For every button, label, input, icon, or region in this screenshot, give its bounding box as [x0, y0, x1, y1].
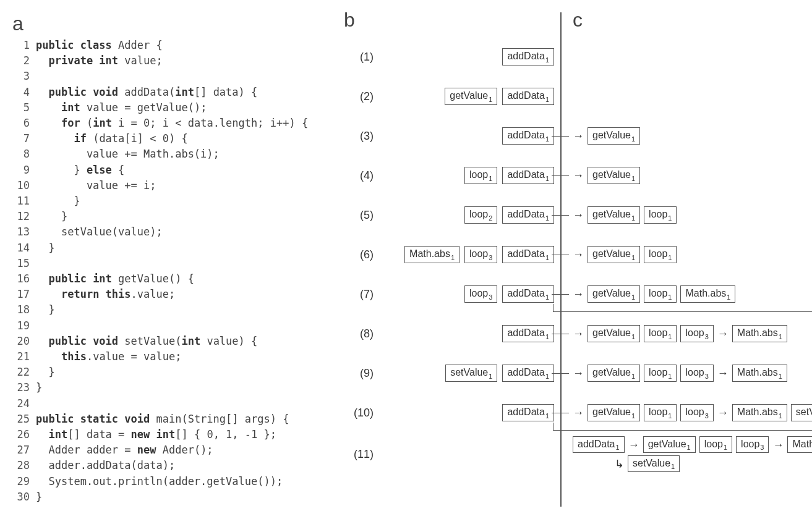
- graph-node: Math.abs1: [732, 325, 787, 342]
- graph-node: loop3: [680, 404, 713, 421]
- graph-node: setValue1: [791, 404, 812, 421]
- graph-line: →getValue1loop1loop3→Math.abs1setValue1: [573, 404, 812, 421]
- right-arrow-icon: →: [717, 328, 729, 339]
- stack-area: loop3addData1: [377, 285, 554, 302]
- graph-node: loop1: [644, 365, 677, 381]
- steps-container: (1)addData1(2)getValue1addData1(3)addDat…: [344, 41, 812, 472]
- code-line: 1public class Adder {: [12, 38, 334, 53]
- graph-node: loop2: [464, 206, 497, 223]
- step-row: (9)setValue1addData1→getValue1loop1loop3…: [344, 357, 812, 389]
- graph-node: getValue1: [588, 167, 640, 184]
- graph-node: loop3: [680, 365, 713, 381]
- step-row: (5)loop2addData1→getValue1loop1: [344, 199, 812, 231]
- graph-node: loop1: [644, 206, 677, 223]
- code-line: 12 }: [12, 209, 334, 224]
- graph-node: loop1: [644, 404, 677, 421]
- graph-node: getValue1: [588, 246, 640, 263]
- right-arrow-icon: →: [573, 368, 584, 379]
- right-arrow-icon: →: [573, 289, 584, 300]
- step-number: (10): [344, 407, 374, 420]
- stack-area: addData1: [377, 127, 554, 144]
- graph-node: addData1: [502, 285, 554, 302]
- step-row: (1)addData1: [344, 41, 812, 73]
- graph-node: setValue1: [628, 455, 680, 472]
- right-arrow-icon: →: [573, 407, 584, 418]
- code-line: 13 setValue(value);: [12, 224, 334, 240]
- graph-node: Math.abs1: [680, 285, 735, 302]
- right-arrow-icon: →: [573, 249, 584, 260]
- graph-node: addData1: [502, 246, 554, 263]
- graph-node: getValue1: [445, 88, 497, 104]
- step-row: (6)Math.abs1loop3addData1→getValue1loop1: [344, 238, 812, 271]
- stack-area: setValue1addData1: [377, 365, 554, 381]
- graph-line: →getValue1: [573, 167, 640, 184]
- code-line: 5 int value = getValue();: [12, 100, 334, 116]
- code-line: 9 } else {: [12, 162, 334, 178]
- code-line: 2 private int value;: [12, 53, 334, 69]
- code-line: 21 this.value = value;: [12, 349, 334, 365]
- connector-line: [552, 294, 569, 295]
- graph-node: loop3: [680, 325, 713, 342]
- graph-node: loop1: [699, 436, 732, 453]
- graph-node: Math.abs1: [732, 404, 787, 421]
- stack-area: addData1: [377, 48, 554, 65]
- graph-node: addData1: [502, 206, 554, 223]
- right-arrow-icon: →: [628, 439, 639, 450]
- code-line: 30}: [12, 489, 334, 505]
- graph-area: →getValue1loop1loop3→Math.abs1setValue1: [573, 404, 812, 421]
- code-line: 17 return this.value;: [12, 287, 334, 302]
- graph-node: Math.abs1: [732, 365, 787, 381]
- graph-node: getValue1: [643, 436, 696, 453]
- code-line: 26 int[] data = new int[] { 0, 1, -1 };: [12, 427, 334, 442]
- stack-area: addData1: [377, 325, 554, 342]
- step-row: (7)loop3addData1→getValue1loop1Math.abs1…: [344, 278, 812, 310]
- step-number: (4): [344, 169, 374, 182]
- graph-node: loop3: [464, 285, 497, 302]
- graph-area: →getValue1loop1Math.abs1: [573, 285, 735, 302]
- graph-area: →getValue1loop1loop3→Math.abs1: [573, 365, 787, 381]
- right-arrow-icon: →: [772, 439, 784, 450]
- graph-node: addData1: [502, 88, 554, 104]
- graph-node: getValue1: [588, 206, 640, 223]
- right-arrow-icon: →: [573, 209, 584, 221]
- graph-node: getValue1: [588, 285, 640, 302]
- code-line: 4 public void addData(int[] data) {: [12, 85, 334, 100]
- graph-node: addData1: [502, 365, 554, 381]
- graph-node: loop1: [464, 167, 497, 184]
- graph-area: →getValue1: [573, 167, 640, 184]
- connector-line: [552, 255, 569, 255]
- graph-node: getValue1: [588, 127, 640, 144]
- code-line: 29 System.out.println(adder.getValue());: [12, 474, 334, 489]
- graph-node: addData1: [502, 48, 554, 65]
- wrap-arrow: [553, 423, 812, 431]
- graph-area: →getValue1: [573, 127, 640, 144]
- graph-node: addData1: [502, 325, 554, 342]
- graph-node: addData1: [502, 127, 554, 144]
- code-line: 25public static void main(String[] args)…: [12, 411, 334, 427]
- step-number: (9): [344, 367, 374, 380]
- step-number: (11): [344, 448, 374, 461]
- stack-area: getValue1addData1: [377, 88, 554, 104]
- code-line: 11 }: [12, 193, 334, 209]
- code-line: 7 if (data[i] < 0) {: [12, 131, 334, 146]
- stack-area: loop1addData1: [377, 167, 554, 184]
- stack-area: loop2addData1: [377, 206, 554, 223]
- graph-node: loop1: [644, 285, 677, 302]
- step-row: (11)addData1→getValue1loop1loop3→Math.ab…: [344, 436, 812, 472]
- graph-node: addData1: [573, 436, 625, 453]
- graph-node: getValue1: [588, 404, 640, 421]
- graph-line: addData1→getValue1loop1loop3→Math.abs1: [573, 436, 812, 453]
- graph-node: loop1: [644, 325, 677, 342]
- graph-line: ↳setValue1: [615, 455, 680, 472]
- graph-line: →getValue1: [573, 127, 640, 144]
- graph-node: loop1: [644, 246, 677, 263]
- graph-line: →getValue1loop1loop3→Math.abs1: [573, 365, 787, 381]
- code-line: 24: [12, 396, 334, 411]
- connector-line: [552, 413, 569, 413]
- right-arrow-icon: →: [573, 170, 584, 181]
- connector-line: [552, 215, 569, 216]
- code-line: 10 value += i;: [12, 178, 334, 193]
- panel-b-label: b: [344, 9, 355, 32]
- step-row: (8)addData1→getValue1loop1loop3→Math.abs…: [344, 318, 812, 350]
- stack-area: Math.abs1loop3addData1: [377, 246, 554, 263]
